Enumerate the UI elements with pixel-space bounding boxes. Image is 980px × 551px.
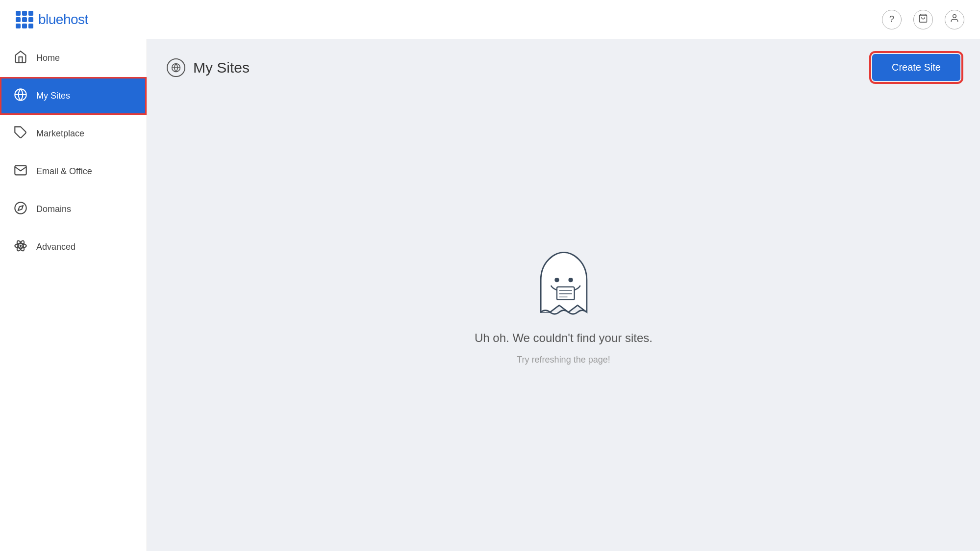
svg-point-4 (15, 202, 26, 213)
sidebar-item-advanced[interactable]: Advanced (0, 228, 147, 266)
sidebar-item-email-office-label: Email & Office (36, 166, 92, 177)
svg-rect-13 (556, 287, 574, 299)
sidebar-item-email-office[interactable]: Email & Office (0, 153, 147, 190)
create-site-button[interactable]: Create Site (872, 54, 960, 81)
logo: bluehost (16, 11, 88, 28)
svg-point-7 (15, 243, 26, 248)
wordpress-icon (14, 88, 27, 104)
sidebar-item-my-sites-label: My Sites (36, 91, 70, 101)
sidebar-item-my-sites[interactable]: My Sites (0, 77, 147, 115)
main-header: My Sites Create Site (147, 39, 980, 91)
header: bluehost ? (0, 0, 980, 39)
tag-icon (14, 126, 27, 142)
user-button[interactable] (945, 10, 964, 29)
main-title-area: My Sites (167, 58, 250, 77)
empty-state-subtitle: Try refreshing the page! (517, 355, 610, 365)
page-title: My Sites (193, 59, 250, 76)
ghost-illustration (529, 248, 598, 321)
atom-icon (14, 239, 27, 255)
svg-point-6 (20, 245, 21, 246)
empty-state-title: Uh oh. We couldn't find your sites. (475, 331, 653, 345)
home-icon (14, 50, 27, 66)
sidebar-item-home[interactable]: Home (0, 39, 147, 77)
cart-icon (918, 13, 928, 26)
svg-point-1 (953, 15, 956, 18)
main-content: My Sites Create Site (147, 39, 980, 551)
user-icon (950, 13, 959, 26)
svg-point-11 (554, 277, 559, 282)
sidebar-item-marketplace-label: Marketplace (36, 129, 84, 139)
logo-text: bluehost (38, 12, 88, 27)
compass-icon (14, 201, 27, 217)
question-icon: ? (889, 14, 894, 25)
sidebar-item-advanced-label: Advanced (36, 242, 75, 252)
mail-icon (14, 163, 27, 180)
sidebar-item-marketplace[interactable]: Marketplace (0, 115, 147, 153)
sidebar-item-home-label: Home (36, 53, 60, 63)
sidebar-item-domains-label: Domains (36, 204, 71, 214)
empty-state: Uh oh. We couldn't find your sites. Try … (147, 91, 980, 551)
page-wordpress-icon (167, 58, 185, 77)
svg-marker-5 (18, 206, 23, 210)
logo-grid-icon (16, 11, 33, 28)
help-button[interactable]: ? (882, 10, 902, 29)
header-icons: ? (882, 10, 964, 29)
layout: Home My Sites Marketplace (0, 39, 980, 551)
sidebar-item-domains[interactable]: Domains (0, 190, 147, 228)
sidebar: Home My Sites Marketplace (0, 39, 147, 551)
cart-button[interactable] (913, 10, 933, 29)
svg-point-12 (568, 277, 573, 282)
